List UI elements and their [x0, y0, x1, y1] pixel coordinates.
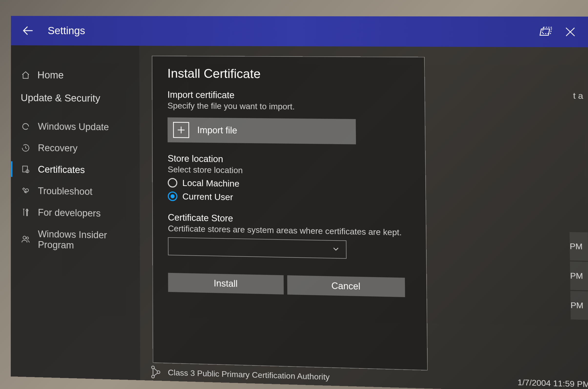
settings-window: Settings	[11, 16, 588, 389]
back-button[interactable]	[18, 21, 38, 40]
sidebar-item-label: Troubleshoot	[38, 186, 92, 197]
store-location-sublabel: Select store location	[168, 165, 410, 177]
sidebar-section-label: Update & Security	[11, 85, 140, 107]
sidebar-item-for-developers[interactable]: For developers	[11, 201, 140, 225]
import-label: Import certificate	[168, 89, 409, 102]
background-list-row: PM	[570, 261, 588, 290]
sidebar-item-certificates[interactable]: Certificates	[11, 158, 140, 182]
sidebar: Home Update & Security Windows Update	[11, 45, 140, 380]
sidebar-item-recovery[interactable]: Recovery	[11, 137, 140, 160]
cert-store-dropdown[interactable]	[168, 237, 347, 259]
history-icon	[21, 143, 30, 153]
sidebar-item-windows-insider[interactable]: Windows Insider Program	[11, 223, 140, 258]
import-sublabel: Specify the file you want to import.	[168, 101, 409, 112]
radio-ring-icon	[168, 178, 177, 187]
sidebar-item-label: Recovery	[38, 143, 77, 154]
wrench-icon	[21, 186, 30, 196]
svg-rect-2	[542, 27, 552, 34]
svg-point-7	[23, 236, 26, 239]
svg-rect-5	[23, 166, 28, 172]
sidebar-item-label: Certificates	[38, 164, 85, 175]
certificate-icon	[21, 164, 30, 174]
sync-icon	[21, 122, 30, 131]
install-button[interactable]: Install	[168, 273, 284, 295]
sidebar-item-label: Windows Update	[38, 121, 109, 132]
chevron-down-icon	[332, 245, 340, 254]
radio-ring-icon	[168, 192, 177, 201]
close-button[interactable]	[558, 22, 582, 42]
window-follow-button[interactable]	[534, 22, 559, 42]
import-file-button[interactable]: Import file	[168, 117, 356, 144]
background-cert-name: Class 3 Public Primary Certification Aut…	[168, 368, 511, 387]
people-icon	[21, 234, 30, 244]
main-content: t a PM PM PM Class 3 Public Primary Cert	[139, 46, 588, 389]
cancel-button-label: Cancel	[331, 281, 360, 292]
radio-local-machine[interactable]: Local Machine	[168, 178, 410, 191]
app-title: Settings	[48, 25, 534, 38]
cancel-button[interactable]: Cancel	[287, 275, 405, 297]
store-location-label: Store location	[168, 153, 410, 167]
background-list-row: PM	[570, 291, 588, 320]
tools-icon	[21, 207, 30, 217]
radio-label: Local Machine	[182, 178, 239, 189]
sidebar-home[interactable]: Home	[11, 65, 139, 86]
home-icon	[21, 70, 30, 80]
sidebar-item-troubleshoot[interactable]: Troubleshoot	[11, 180, 140, 203]
sidebar-item-label: Windows Insider Program	[38, 229, 117, 252]
background-list-row: PM	[569, 232, 588, 261]
radio-current-user[interactable]: Current User	[168, 191, 410, 205]
import-file-label: Import file	[197, 125, 237, 136]
background-list: PM PM PM	[569, 232, 588, 321]
background-cert-date: 1/7/2004 11:59 PM	[517, 378, 588, 389]
background-text-fragment: t a	[573, 91, 583, 101]
install-certificate-dialog: Install Certificate Import certificate S…	[152, 56, 428, 370]
titlebar: Settings	[11, 16, 588, 47]
install-button-label: Install	[214, 278, 237, 289]
dialog-title: Install Certificate	[168, 66, 409, 82]
sidebar-home-label: Home	[37, 69, 64, 81]
plus-icon	[173, 122, 189, 138]
sidebar-item-label: For developers	[38, 207, 101, 219]
sidebar-item-windows-update[interactable]: Windows Update	[11, 116, 140, 138]
radio-label: Current User	[182, 191, 233, 202]
svg-rect-1	[540, 29, 550, 35]
cert-chain-icon	[150, 364, 161, 380]
svg-point-8	[26, 237, 28, 239]
